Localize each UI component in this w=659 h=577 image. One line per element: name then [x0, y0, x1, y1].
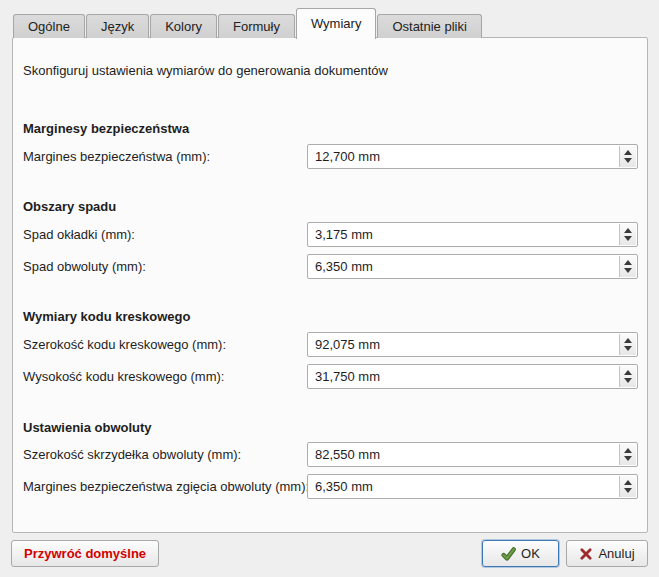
spinner-buttons[interactable] — [619, 224, 636, 245]
spin-up-icon[interactable] — [624, 150, 632, 155]
tab-formuly[interactable]: Formuły — [218, 14, 295, 38]
ok-check-icon — [501, 546, 516, 561]
spinbox-value[interactable]: 6,350 mm — [315, 255, 615, 278]
spin-up-icon[interactable] — [624, 480, 632, 485]
cancel-x-icon — [579, 547, 593, 561]
spinbox-value[interactable]: 82,550 mm — [315, 443, 615, 466]
tab-page-wymiary: Skonfiguruj ustawienia wymiarów do gener… — [12, 37, 648, 533]
tab-ostatnie-pliki[interactable]: Ostatnie pliki — [377, 14, 481, 38]
spin-down-icon[interactable] — [624, 236, 632, 241]
cancel-button[interactable]: Anuluj — [566, 540, 648, 567]
spinbox-szerokosc-kodu[interactable]: 92,075 mm — [307, 332, 638, 357]
spin-up-icon[interactable] — [624, 370, 632, 375]
spinbox-szerokosc-skrzydelka[interactable]: 82,550 mm — [307, 442, 638, 467]
spin-down-icon[interactable] — [624, 378, 632, 383]
spin-down-icon[interactable] — [624, 158, 632, 163]
spinbox-value[interactable]: 12,700 mm — [315, 145, 615, 168]
dialog-buttons: OK Anuluj — [482, 540, 648, 567]
spinbox-spad-obwoluty[interactable]: 6,350 mm — [307, 254, 638, 279]
spinner-buttons[interactable] — [619, 146, 636, 167]
spin-up-icon[interactable] — [624, 228, 632, 233]
spinbox-margines-bezpieczenstwa[interactable]: 12,700 mm — [307, 144, 638, 169]
section-title-marginesy: Marginesy bezpieczeństwa — [23, 121, 189, 136]
cancel-button-label: Anuluj — [598, 546, 634, 561]
spinner-buttons[interactable] — [619, 476, 636, 497]
spinbox-value[interactable]: 6,350 mm — [315, 475, 615, 498]
spinbox-value[interactable]: 92,075 mm — [315, 333, 615, 356]
spinbox-margines-zgiecia[interactable]: 6,350 mm — [307, 474, 638, 499]
field-label-spad-okladki: Spad okładki (mm): — [23, 222, 135, 247]
spin-down-icon[interactable] — [624, 456, 632, 461]
field-label-szerokosc-skrzydelka: Szerokość skrzydełka obwoluty (mm): — [23, 442, 241, 467]
spin-up-icon[interactable] — [624, 338, 632, 343]
restore-defaults-button[interactable]: Przywróć domyślne — [11, 540, 159, 567]
preferences-dialog: Ogólne Język Kolory Formuły Wymiary Osta… — [0, 0, 659, 577]
spin-up-icon[interactable] — [624, 448, 632, 453]
tab-kolory[interactable]: Kolory — [150, 14, 217, 38]
ok-button-label: OK — [521, 546, 540, 561]
tab-jezyk[interactable]: Język — [86, 14, 149, 38]
section-title-wymiary-kodu: Wymiary kodu kreskowego — [23, 309, 190, 324]
field-label-margines-bezpieczenstwa: Margines bezpieczeństwa (mm): — [23, 144, 210, 169]
spinbox-wysokosc-kodu[interactable]: 31,750 mm — [307, 364, 638, 389]
page-description: Skonfiguruj ustawienia wymiarów do gener… — [23, 63, 388, 78]
tab-wymiary[interactable]: Wymiary — [296, 8, 376, 39]
field-label-szerokosc-kodu: Szerokość kodu kreskowego (mm): — [23, 332, 226, 357]
ok-button[interactable]: OK — [482, 540, 559, 567]
tab-bar: Ogólne Język Kolory Formuły Wymiary Osta… — [13, 8, 483, 38]
spin-up-icon[interactable] — [624, 260, 632, 265]
spinner-buttons[interactable] — [619, 256, 636, 277]
spinbox-value[interactable]: 31,750 mm — [315, 365, 615, 388]
section-title-ustawienia-obwoluty: Ustawienia obwoluty — [23, 420, 152, 435]
spinner-buttons[interactable] — [619, 366, 636, 387]
section-title-obszary-spadu: Obszary spadu — [23, 199, 116, 214]
spin-down-icon[interactable] — [624, 268, 632, 273]
field-label-spad-obwoluty: Spad obwoluty (mm): — [23, 254, 146, 279]
spin-down-icon[interactable] — [624, 488, 632, 493]
spinner-buttons[interactable] — [619, 444, 636, 465]
spinner-buttons[interactable] — [619, 334, 636, 355]
spin-down-icon[interactable] — [624, 346, 632, 351]
tab-ogolne[interactable]: Ogólne — [13, 14, 85, 38]
spinbox-spad-okladki[interactable]: 3,175 mm — [307, 222, 638, 247]
spinbox-value[interactable]: 3,175 mm — [315, 223, 615, 246]
field-label-margines-zgiecia: Margines bezpieczeństwa zgięcia obwoluty… — [23, 474, 309, 499]
field-label-wysokosc-kodu: Wysokość kodu kreskowego (mm): — [23, 364, 224, 389]
